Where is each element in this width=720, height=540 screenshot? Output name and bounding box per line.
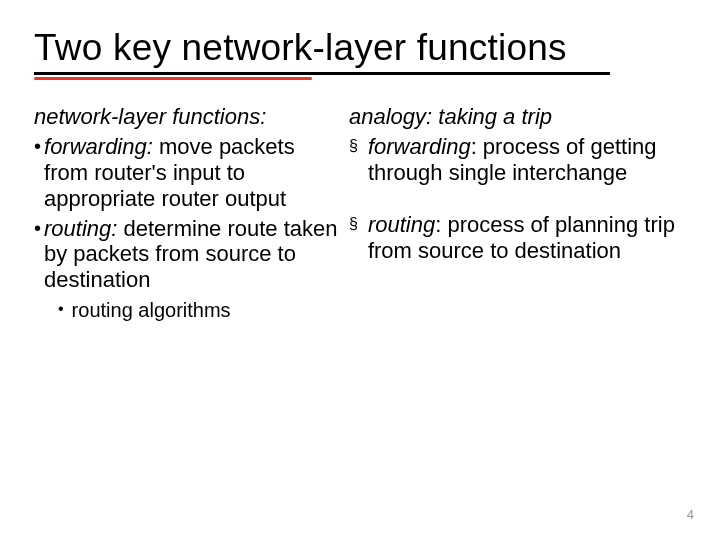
spacer xyxy=(349,186,686,208)
term-forwarding: forwarding: xyxy=(44,134,153,159)
bullet-dot-icon: • xyxy=(58,299,72,323)
page-number: 4 xyxy=(687,507,694,522)
content-columns: network-layer functions: • forwarding: m… xyxy=(34,104,686,323)
term-forwarding: forwarding xyxy=(368,134,471,159)
bullet-body: forwarding: process of getting through s… xyxy=(368,134,686,186)
sub-text: routing algorithms xyxy=(72,299,339,323)
bullet-dot-icon: • xyxy=(34,216,44,294)
term-routing: routing: xyxy=(44,216,117,241)
bullet-square-icon: § xyxy=(349,134,368,186)
left-bullet-forwarding: • forwarding: move packets from router's… xyxy=(34,134,339,212)
bullet-square-icon: § xyxy=(349,212,368,264)
title-red-underline xyxy=(34,77,312,80)
right-heading: analogy: taking a trip xyxy=(349,104,686,130)
bullet-body: routing: determine route taken by packet… xyxy=(44,216,339,294)
slide: Two key network-layer functions network-… xyxy=(0,0,720,540)
bullet-body: forwarding: move packets from router's i… xyxy=(44,134,339,212)
left-heading: network-layer functions: xyxy=(34,104,339,130)
bullet-body: routing: process of planning trip from s… xyxy=(368,212,686,264)
term-routing: routing xyxy=(368,212,435,237)
right-column: analogy: taking a trip § forwarding: pro… xyxy=(349,104,686,323)
right-bullet-routing: § routing: process of planning trip from… xyxy=(349,212,686,264)
title-underline xyxy=(34,72,610,75)
left-bullet-routing: • routing: determine route taken by pack… xyxy=(34,216,339,294)
bullet-dot-icon: • xyxy=(34,134,44,212)
title-block: Two key network-layer functions xyxy=(34,28,686,80)
right-bullet-forwarding: § forwarding: process of getting through… xyxy=(349,134,686,186)
left-column: network-layer functions: • forwarding: m… xyxy=(34,104,339,323)
left-sub-bullet: • routing algorithms xyxy=(58,299,339,323)
slide-title: Two key network-layer functions xyxy=(34,28,686,69)
